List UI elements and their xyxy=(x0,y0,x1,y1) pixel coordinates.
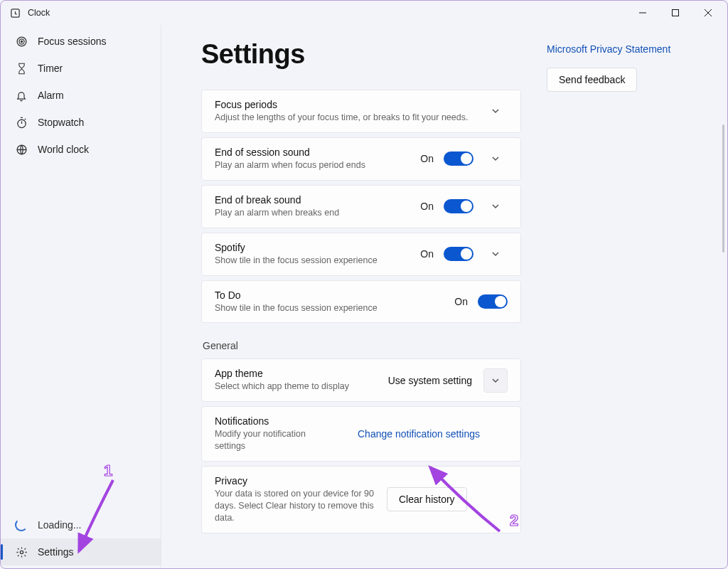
toggle-state-label: On xyxy=(420,201,434,212)
toggle-switch[interactable] xyxy=(478,294,508,309)
setting-title: End of break sound xyxy=(215,194,412,206)
app-clock-icon xyxy=(9,7,21,18)
minimize-button[interactable] xyxy=(626,1,659,24)
sidebar-item-label: Stopwatch xyxy=(38,117,84,128)
toggle-switch[interactable] xyxy=(444,247,473,261)
setting-title: Notifications xyxy=(215,415,321,427)
gear-icon xyxy=(15,546,28,558)
scrollbar[interactable] xyxy=(722,124,724,252)
setting-desc: Your data is stored on your device for 9… xyxy=(215,488,378,524)
setting-focus-periods[interactable]: Focus periods Adjust the lengths of your… xyxy=(201,90,521,133)
setting-notifications: Notifications Modify your notification s… xyxy=(201,406,521,462)
sidebar-item-timer[interactable]: Timer xyxy=(1,55,161,82)
setting-spotify[interactable]: Spotify Show tile in the focus session e… xyxy=(201,233,521,276)
setting-title: End of session sound xyxy=(215,147,412,158)
sidebar: Focus sessions Timer Alarm Stopwatch xyxy=(1,25,161,568)
target-icon xyxy=(15,35,28,48)
section-general-label: General xyxy=(203,340,521,351)
svg-rect-1 xyxy=(673,10,679,16)
aside-panel: Microsoft Privacy Statement Send feedbac… xyxy=(542,25,727,568)
window-controls xyxy=(626,1,724,24)
setting-desc: Play an alarm when breaks end xyxy=(215,207,412,219)
setting-title: To Do xyxy=(215,289,446,301)
setting-desc: Adjust the lengths of your focus time, o… xyxy=(215,112,475,124)
sidebar-item-label: World clock xyxy=(38,144,89,155)
expand-button[interactable] xyxy=(483,194,508,218)
send-feedback-button[interactable]: Send feedback xyxy=(547,68,637,92)
setting-desc: Select which app theme to display xyxy=(215,381,380,393)
toggle-state-label: On xyxy=(420,153,434,164)
setting-app-theme: App theme Select which app theme to disp… xyxy=(201,358,521,402)
setting-end-break-sound[interactable]: End of break sound Play an alarm when br… xyxy=(201,185,521,228)
bell-icon xyxy=(15,89,28,102)
sidebar-item-settings[interactable]: Settings xyxy=(1,538,161,565)
toggle-switch[interactable] xyxy=(444,199,473,213)
sidebar-item-world-clock[interactable]: World clock xyxy=(1,136,161,163)
expand-button[interactable] xyxy=(483,242,508,266)
maximize-button[interactable] xyxy=(659,1,692,24)
sidebar-item-label: Focus sessions xyxy=(38,36,106,47)
page-title: Settings xyxy=(201,39,521,70)
stopwatch-icon xyxy=(15,116,28,129)
setting-title: Privacy xyxy=(215,475,378,486)
spinner-icon xyxy=(15,519,28,531)
setting-desc: Modify your notification settings xyxy=(215,428,321,452)
sidebar-loading: Loading... xyxy=(1,511,161,538)
globe-icon xyxy=(15,143,28,156)
sidebar-item-label: Alarm xyxy=(38,90,64,101)
setting-privacy: Privacy Your data is stored on your devi… xyxy=(201,466,521,533)
settings-content: Settings Focus periods Adjust the length… xyxy=(161,25,542,568)
toggle-state-label: On xyxy=(454,296,468,307)
active-indicator xyxy=(1,544,3,560)
sidebar-item-alarm[interactable]: Alarm xyxy=(1,82,161,109)
svg-point-7 xyxy=(20,551,23,553)
setting-desc: Show tile in the focus session experienc… xyxy=(215,255,412,267)
clear-history-button[interactable]: Clear history xyxy=(387,487,467,511)
svg-point-4 xyxy=(21,41,22,42)
setting-todo[interactable]: To Do Show tile in the focus session exp… xyxy=(201,280,521,324)
setting-title: Spotify xyxy=(215,242,412,253)
toggle-switch[interactable] xyxy=(444,151,473,166)
setting-desc: Show tile in the focus session experienc… xyxy=(215,302,446,314)
expand-button[interactable] xyxy=(483,147,508,171)
app-title: Clock xyxy=(28,8,50,18)
titlebar: Clock xyxy=(1,1,727,25)
close-button[interactable] xyxy=(692,1,724,24)
sidebar-item-focus-sessions[interactable]: Focus sessions xyxy=(1,28,161,55)
theme-dropdown-button[interactable] xyxy=(483,368,508,393)
theme-value: Use system setting xyxy=(388,375,472,386)
toggle-state-label: On xyxy=(420,248,434,260)
setting-title: App theme xyxy=(215,368,380,379)
privacy-statement-link[interactable]: Microsoft Privacy Statement xyxy=(547,43,713,55)
hourglass-icon xyxy=(15,62,28,75)
sidebar-item-label: Settings xyxy=(38,546,74,558)
change-notification-settings-link[interactable]: Change notification settings xyxy=(358,428,480,440)
setting-end-session-sound[interactable]: End of session sound Play an alarm when … xyxy=(201,137,521,181)
setting-title: Focus periods xyxy=(215,99,475,110)
loading-label: Loading... xyxy=(38,519,82,531)
sidebar-item-label: Timer xyxy=(38,63,63,74)
setting-desc: Play an alarm when focus period ends xyxy=(215,159,412,171)
sidebar-item-stopwatch[interactable]: Stopwatch xyxy=(1,109,161,136)
expand-button[interactable] xyxy=(483,99,508,123)
